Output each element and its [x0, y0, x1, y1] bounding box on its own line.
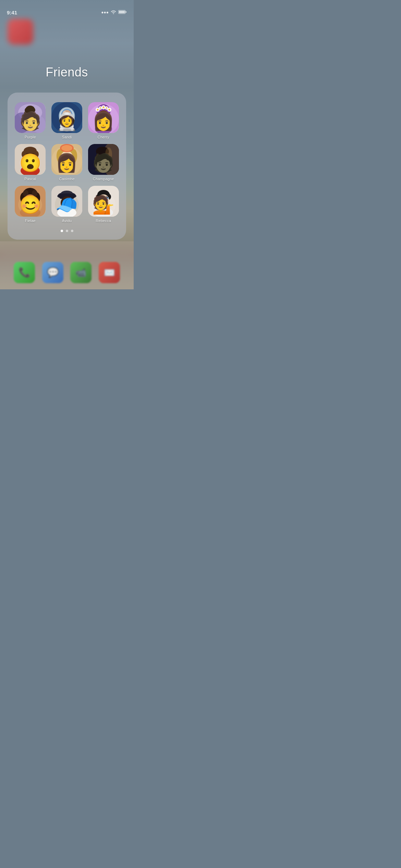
app-label-pascal: Pascal: [24, 177, 36, 181]
svg-point-44: [20, 154, 40, 171]
svg-point-37: [101, 117, 106, 120]
svg-rect-2: [125, 11, 126, 13]
app-item-champagne[interactable]: Champagne: [87, 144, 119, 181]
app-grid: Purple Sandi: [14, 102, 119, 223]
svg-point-38: [100, 114, 102, 117]
status-icons: ●●●: [101, 10, 127, 15]
page-dot-3[interactable]: [71, 230, 73, 232]
svg-point-47: [22, 151, 26, 158]
page-dot-1[interactable]: [61, 230, 63, 232]
wifi-icon: [111, 10, 116, 15]
status-bar: 9:41 ●●●: [0, 5, 134, 20]
app-icon-sandi: [51, 102, 82, 133]
svg-point-55: [26, 161, 30, 164]
svg-point-109: [98, 197, 103, 200]
svg-point-41: [105, 115, 107, 117]
svg-point-83: [23, 190, 28, 197]
svg-point-6: [32, 116, 46, 133]
app-label-avidu: Avidu: [62, 219, 72, 223]
dock-icons: 📞 💬: [0, 262, 134, 283]
svg-text:✉️: ✉️: [104, 267, 115, 278]
svg-point-35: [100, 117, 107, 122]
svg-rect-92: [51, 186, 82, 217]
app-icon-avidu: [51, 186, 82, 217]
svg-point-33: [108, 109, 110, 111]
svg-point-106: [96, 194, 101, 201]
svg-point-111: [99, 198, 102, 200]
page-dot-2[interactable]: [66, 230, 68, 232]
svg-point-115: [94, 208, 113, 217]
svg-point-17: [62, 110, 72, 120]
svg-point-54: [28, 159, 33, 165]
app-label-purple: Purple: [25, 135, 36, 139]
dock-icon-facetime[interactable]: 📹: [70, 262, 92, 283]
app-item-avidu[interactable]: Avidu: [51, 186, 83, 223]
svg-point-84: [32, 190, 37, 197]
dock-icon-messages[interactable]: 💬: [42, 262, 63, 283]
svg-point-50: [31, 154, 34, 158]
app-label-caoimhe: Caoimhe: [59, 177, 74, 181]
app-item-purple[interactable]: Purple: [14, 102, 46, 139]
page-dots: [14, 228, 119, 232]
svg-point-98: [61, 196, 73, 209]
svg-point-68: [66, 158, 68, 159]
svg-point-19: [60, 121, 74, 131]
svg-rect-12: [26, 119, 35, 125]
svg-point-31: [102, 107, 104, 108]
svg-point-107: [106, 194, 111, 200]
svg-point-46: [24, 147, 37, 155]
app-icon-rebecca: [88, 186, 119, 217]
app-icon-caoimhe: [51, 144, 82, 175]
svg-point-74: [104, 153, 110, 164]
app-item-pascal[interactable]: Pascal: [14, 144, 46, 181]
app-item-fielae[interactable]: Fielae: [14, 186, 46, 223]
svg-point-86: [28, 203, 33, 206]
svg-point-99: [64, 197, 73, 208]
svg-point-77: [105, 147, 112, 161]
svg-point-79: [18, 194, 42, 215]
svg-rect-36: [102, 117, 105, 119]
svg-point-14: [51, 102, 82, 133]
svg-point-88: [32, 198, 34, 201]
svg-point-53: [27, 158, 33, 165]
app-icon-champagne: [88, 144, 119, 175]
app-item-cherry[interactable]: Cherry: [87, 102, 119, 139]
svg-point-40: [100, 115, 102, 117]
svg-text:📹: 📹: [75, 267, 87, 278]
signal-icon: ●●●: [101, 10, 109, 15]
svg-point-5: [15, 112, 30, 133]
dock-icon-mail[interactable]: ✉️: [99, 262, 120, 283]
svg-rect-1: [119, 11, 125, 13]
app-item-sandi[interactable]: Sandi: [51, 102, 83, 139]
svg-point-97: [57, 193, 76, 199]
app-icon-cherry: [88, 102, 119, 133]
app-label-sandi: Sandi: [62, 135, 72, 139]
svg-point-102: [57, 207, 76, 217]
svg-point-85: [24, 194, 36, 207]
battery-icon: [118, 10, 127, 15]
svg-point-30: [100, 107, 101, 109]
svg-point-113: [100, 198, 101, 200]
svg-point-91: [20, 207, 40, 217]
svg-point-105: [97, 190, 110, 200]
app-icon-fielae: [15, 186, 46, 217]
svg-point-20: [63, 111, 66, 116]
app-item-rebecca[interactable]: Rebecca: [87, 186, 119, 223]
svg-point-49: [26, 154, 29, 158]
dock-area: 📞 💬: [0, 241, 134, 289]
svg-point-100: [67, 200, 70, 202]
app-label-fielae: Fielae: [25, 219, 36, 223]
svg-point-34: [98, 110, 109, 123]
svg-point-80: [23, 188, 38, 202]
svg-point-57: [21, 165, 40, 175]
app-item-caoimhe[interactable]: Caoimhe: [51, 144, 83, 181]
svg-point-11: [31, 108, 35, 112]
status-time: 9:41: [7, 10, 17, 15]
blurred-app-icon-top-left: [8, 19, 33, 45]
dock-icon-phone[interactable]: 📞: [14, 262, 35, 283]
svg-point-48: [34, 151, 39, 158]
folder-container: Purple Sandi: [8, 93, 126, 240]
app-icon-pascal: [15, 144, 46, 175]
svg-point-110: [104, 197, 109, 200]
svg-point-75: [102, 156, 105, 158]
